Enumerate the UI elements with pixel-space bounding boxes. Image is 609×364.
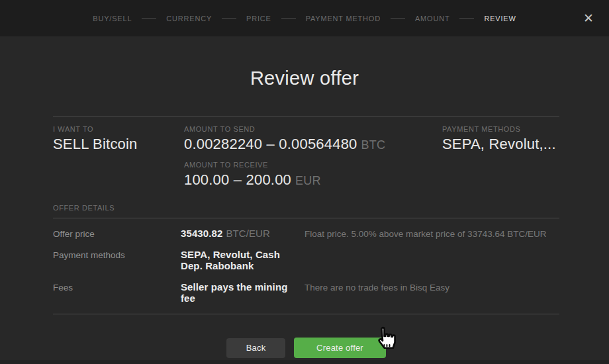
offer-details-section-label: OFFER DETAILS (53, 204, 559, 212)
amount-to-receive-range: 100.00 – 200.00 (184, 171, 291, 188)
amount-to-send-label: AMOUNT TO SEND (184, 125, 442, 133)
step-payment-method[interactable]: PAYMENT METHOD (306, 15, 381, 23)
offer-details-table: Offer price 35430.82BTC/EUR Float price.… (53, 218, 559, 304)
amount-to-send-range: 0.00282240 – 0.00564480 (184, 136, 357, 152)
step-separator (142, 18, 156, 19)
step-currency[interactable]: CURRENCY (166, 15, 212, 23)
i-want-to-value: SELL Bitcoin (53, 136, 184, 153)
i-want-to-field: I WANT TO SELL Bitcoin (53, 125, 184, 153)
step-separator (391, 18, 405, 19)
amount-to-receive-field: AMOUNT TO RECEIVE 100.00 – 200.00EUR (184, 161, 442, 189)
window-bottom-edge (0, 360, 609, 364)
payment-methods-row-value: SEPA, Revolut, Cash Dep. Rabobank (181, 249, 304, 271)
step-separator (459, 18, 474, 19)
offer-price-value: 35430.82BTC/EUR (181, 228, 304, 239)
step-review[interactable]: REVIEW (484, 15, 516, 23)
page-title: Review offer (0, 68, 609, 89)
close-icon[interactable]: ✕ (579, 9, 598, 28)
amount-to-send-value: 0.00282240 – 0.00564480BTC (184, 136, 442, 153)
offer-price-row: Offer price 35430.82BTC/EUR Float price.… (53, 228, 559, 239)
payment-methods-list: SEPA, Revolut, Cash Dep. Rabobank (181, 249, 280, 271)
wizard-stepper: BUY/SELL CURRENCY PRICE PAYMENT METHOD A… (93, 15, 516, 23)
create-offer-button[interactable]: Create offer (294, 338, 386, 358)
direction-column: I WANT TO SELL Bitcoin (53, 125, 184, 189)
fees-note: There are no trade fees in Bisq Easy (304, 283, 559, 293)
payment-methods-row-label: Payment methods (53, 250, 181, 260)
payment-methods-value: SEPA, Revolut,... (442, 136, 559, 153)
wizard-actions: Back Create offer (53, 338, 559, 358)
i-want-to-label: I WANT TO (53, 125, 184, 133)
fees-text: Seller pays the mining fee (181, 281, 287, 304)
fees-value: Seller pays the mining fee (181, 281, 304, 304)
fees-label: Fees (53, 283, 181, 293)
offer-summary: I WANT TO SELL Bitcoin AMOUNT TO SEND 0.… (53, 116, 559, 189)
offer-price-unit: BTC/EUR (226, 228, 270, 239)
back-button[interactable]: Back (226, 338, 285, 358)
offer-price-label: Offer price (53, 229, 181, 239)
amount-to-receive-unit: EUR (295, 174, 321, 187)
fees-row: Fees Seller pays the mining fee There ar… (53, 281, 559, 304)
payment-methods-label: PAYMENT METHODS (442, 125, 559, 133)
step-price[interactable]: PRICE (246, 15, 271, 23)
payment-methods-column: PAYMENT METHODS SEPA, Revolut,... (442, 125, 559, 189)
wizard-top-bar: BUY/SELL CURRENCY PRICE PAYMENT METHOD A… (0, 0, 609, 36)
step-amount[interactable]: AMOUNT (415, 15, 449, 23)
amount-to-send-field: AMOUNT TO SEND 0.00282240 – 0.00564480BT… (184, 125, 442, 153)
amounts-column: AMOUNT TO SEND 0.00282240 – 0.00564480BT… (184, 125, 442, 189)
step-buy-sell[interactable]: BUY/SELL (93, 15, 132, 23)
offer-price-number: 35430.82 (181, 228, 222, 239)
amount-to-send-unit: BTC (361, 138, 386, 152)
step-separator (222, 18, 236, 19)
offer-price-note: Float price. 5.00% above market price of… (304, 229, 559, 239)
payment-methods-field: PAYMENT METHODS SEPA, Revolut,... (442, 125, 559, 153)
divider (53, 314, 559, 314)
review-offer-panel: I WANT TO SELL Bitcoin AMOUNT TO SEND 0.… (53, 116, 559, 358)
step-separator (281, 18, 296, 19)
payment-methods-row: Payment methods SEPA, Revolut, Cash Dep.… (53, 249, 559, 271)
amount-to-receive-label: AMOUNT TO RECEIVE (184, 161, 442, 169)
amount-to-receive-value: 100.00 – 200.00EUR (184, 171, 442, 189)
